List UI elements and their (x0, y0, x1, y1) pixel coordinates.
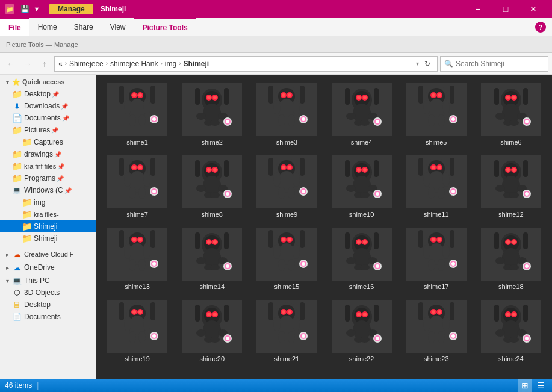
svg-point-282 (428, 259, 435, 271)
svg-point-76 (423, 100, 430, 114)
file-item-shime24[interactable]: shime24 (475, 296, 547, 366)
sidebar-item-documents2[interactable]: 📄 Documents (0, 311, 96, 323)
search-bar[interactable]: 🔍 (440, 56, 548, 72)
file-item-shime6[interactable]: shime6 (475, 79, 547, 149)
file-item-shime21[interactable]: shime21 (250, 296, 323, 366)
sidebar-item-documents-label: Documents (24, 114, 61, 122)
this-pc-header[interactable]: ▾ 💻 This PC (0, 273, 96, 287)
address-bar[interactable]: « › Shimejeee › shimejee Hank › img › Sh… (54, 56, 438, 72)
breadcrumb-home[interactable]: « (58, 60, 63, 68)
svg-rect-131 (195, 160, 200, 177)
quick-save-icon[interactable]: 💾 (19, 4, 30, 14)
svg-point-67 (376, 120, 379, 123)
expand-quick-access[interactable]: ▾ (2, 77, 12, 87)
svg-rect-216 (119, 230, 124, 248)
maximize-button[interactable]: □ (492, 0, 519, 18)
file-item-shime15[interactable]: shime15 (250, 224, 323, 294)
svg-point-364 (353, 320, 371, 340)
expand-onedrive[interactable]: ▸ (2, 263, 12, 272)
expand-this-pc[interactable]: ▾ (2, 276, 12, 285)
breadcrumb-hank[interactable]: shimejee Hank (110, 60, 158, 68)
help-icon[interactable]: ? (529, 18, 552, 36)
tab-home[interactable]: Home (29, 18, 66, 36)
file-item-shime20[interactable]: shime20 (176, 296, 248, 366)
sidebar-item-programs[interactable]: 📁 Programs 📌 (0, 172, 96, 184)
svg-point-373 (376, 337, 379, 340)
breadcrumb-shimejeee[interactable]: Shimejeee (69, 60, 104, 68)
svg-point-262 (353, 248, 371, 267)
file-item-shime9[interactable]: shime9 (250, 152, 323, 222)
list-view-button[interactable]: ☰ (534, 379, 547, 392)
sidebar-item-3d-objects[interactable]: ⬡ 3D Objects (0, 287, 96, 299)
svg-point-127 (196, 185, 206, 192)
sidebar-item-img[interactable]: 📁 img (0, 196, 96, 208)
file-item-shime3[interactable]: shime3 (250, 79, 323, 149)
manage-tab[interactable]: Manage (49, 4, 93, 14)
tab-file[interactable]: File (0, 18, 29, 36)
tab-view[interactable]: View (102, 18, 134, 36)
thumbnail-shime9 (256, 155, 317, 208)
file-item-shime23[interactable]: shime23 (400, 296, 473, 366)
svg-point-288 (451, 262, 455, 266)
file-item-shime2[interactable]: shime2 (176, 79, 248, 149)
up-button[interactable]: ↑ (37, 57, 52, 71)
sidebar-item-documents[interactable]: 📄 Documents 📌 (0, 112, 96, 124)
programs-icon: 📁 (12, 173, 22, 183)
toolbar-ribbon: Picture Tools — Manage (0, 36, 552, 53)
sidebar-item-pictures[interactable]: 📁 Pictures 📌 (0, 124, 96, 136)
sidebar-item-drawings[interactable]: 📁 drawings 📌 (0, 148, 96, 160)
sidebar-item-shimeji-active[interactable]: 📁 Shimeji (0, 220, 96, 232)
grid-view-button[interactable]: ⊞ (518, 379, 532, 392)
svg-point-383 (442, 317, 450, 331)
svg-rect-114 (119, 158, 124, 176)
file-item-shime12[interactable]: shime12 (475, 152, 547, 222)
sidebar-item-kra-fnf[interactable]: 📁 kra fnf files 📌 (0, 160, 96, 172)
file-item-shime7[interactable]: shime7 (101, 152, 173, 222)
sidebar-item-desktop[interactable]: 📁 Desktop 📌 (0, 88, 96, 100)
window-title: Shimeji (101, 5, 462, 13)
file-item-shime16[interactable]: shime16 (325, 224, 397, 294)
sidebar-item-desktop2[interactable]: 🖥 Desktop (0, 299, 96, 311)
svg-rect-166 (374, 160, 379, 177)
file-item-shime17[interactable]: shime17 (400, 224, 473, 294)
tab-picture-tools[interactable]: Picture Tools (134, 18, 196, 36)
breadcrumb-shimeji[interactable]: Shimeji (183, 60, 209, 68)
sidebar-item-windows-c[interactable]: 💻 Windows (C 📌 (0, 184, 96, 196)
search-input[interactable] (456, 60, 546, 68)
onedrive-header[interactable]: ▸ ☁ OneDrive (0, 260, 96, 273)
sidebar-item-captures[interactable]: 📁 Captures (0, 136, 96, 148)
quick-access-header[interactable]: ▾ ⭐ Quick access (0, 75, 96, 88)
sidebar-item-downloads[interactable]: ⬇ Downloads 📌 (0, 100, 96, 112)
quick-undo-icon[interactable]: ▼ (31, 4, 42, 14)
file-item-shime4[interactable]: shime4 (325, 79, 397, 149)
thumbnail-shime21 (256, 300, 317, 353)
expand-creative-cloud[interactable]: ▸ (2, 249, 12, 259)
svg-point-40 (288, 93, 291, 97)
file-item-shime13[interactable]: shime13 (101, 224, 173, 294)
svg-point-278 (438, 238, 441, 241)
file-item-shime19[interactable]: shime19 (101, 296, 173, 366)
sidebar-item-shimeji2[interactable]: 📁 Shimeji (0, 232, 96, 244)
breadcrumb-img[interactable]: img (165, 60, 176, 68)
tab-share[interactable]: Share (66, 18, 102, 36)
file-item-shime5[interactable]: shime5 (400, 79, 473, 149)
documents2-icon: 📄 (12, 312, 22, 322)
svg-point-59 (346, 113, 356, 120)
refresh-button[interactable]: ↻ (421, 58, 433, 70)
file-item-shime8[interactable]: shime8 (176, 152, 248, 222)
forward-button[interactable]: → (20, 57, 35, 71)
breadcrumb-dropdown[interactable]: ▾ (416, 60, 419, 67)
back-button[interactable]: ← (4, 57, 18, 71)
file-item-shime11[interactable]: shime11 (400, 152, 473, 222)
creative-cloud-header[interactable]: ▸ ☁ Creative Cloud F (0, 247, 96, 260)
file-item-shime1[interactable]: shime1 (101, 79, 173, 149)
minimize-button[interactable]: − (464, 0, 492, 18)
file-item-shime14[interactable]: shime14 (176, 224, 248, 294)
file-item-shime10[interactable]: shime10 (325, 152, 397, 222)
close-button[interactable]: ✕ (519, 0, 547, 18)
sidebar-item-kra-files[interactable]: 📁 kra files- (0, 208, 96, 220)
file-item-shime22[interactable]: shime22 (325, 296, 397, 366)
file-item-shime18[interactable]: shime18 (475, 224, 547, 294)
svg-point-312 (138, 310, 142, 314)
sidebar-item-shimeji2-label: Shimeji (34, 234, 57, 243)
